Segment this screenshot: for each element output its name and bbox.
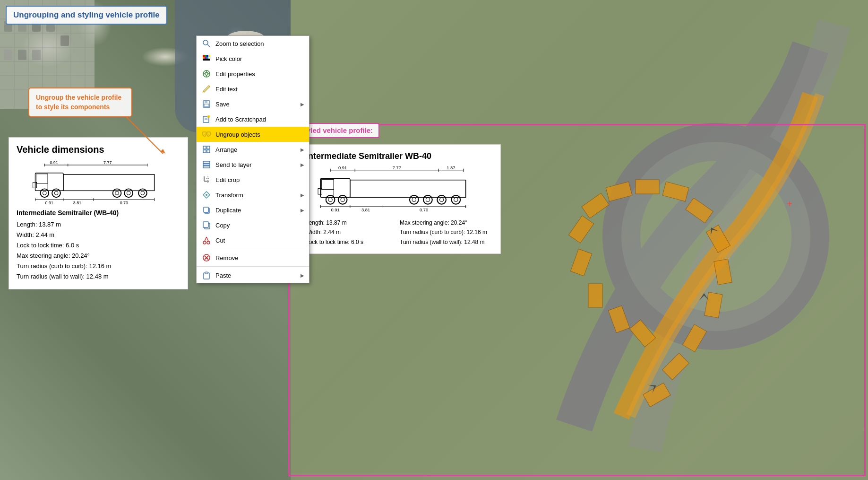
crosshair-marker: + bbox=[787, 199, 792, 209]
svg-rect-74 bbox=[205, 101, 207, 103]
menu-item-edit-text[interactable]: Edit text bbox=[197, 81, 309, 96]
duplicate-arrow: ▶ bbox=[301, 208, 304, 213]
svg-point-102 bbox=[207, 241, 210, 244]
svg-point-39 bbox=[52, 189, 60, 197]
menu-item-edit-crop[interactable]: Edit crop bbox=[197, 172, 309, 187]
svg-rect-65 bbox=[203, 59, 210, 61]
scratchpad-icon: + bbox=[201, 114, 212, 124]
svg-text:0.70: 0.70 bbox=[120, 201, 128, 205]
svg-rect-32 bbox=[35, 173, 63, 191]
edit-crop-icon bbox=[201, 175, 212, 185]
svg-rect-62 bbox=[205, 57, 206, 59]
svg-point-147 bbox=[326, 195, 335, 204]
annotation-callout: Ungroup the vehicle profile to style its… bbox=[28, 87, 132, 117]
svg-point-55 bbox=[203, 40, 208, 45]
menu-item-zoom[interactable]: Zoom to selection bbox=[197, 36, 309, 51]
svg-rect-64 bbox=[208, 57, 210, 59]
svg-point-40 bbox=[54, 191, 58, 195]
svg-rect-60 bbox=[208, 55, 210, 57]
menu-item-transform[interactable]: Transform ▶ bbox=[197, 187, 309, 202]
svg-rect-142 bbox=[320, 179, 350, 198]
svg-point-44 bbox=[127, 191, 130, 195]
svg-point-45 bbox=[138, 189, 147, 197]
edit-text-icon bbox=[201, 84, 212, 94]
menu-item-arrange[interactable]: Arrange ▶ bbox=[197, 142, 309, 157]
svg-point-84 bbox=[207, 135, 209, 137]
vehicle-card-right-title: Intermediate Semitrailer WB-40 bbox=[306, 151, 493, 161]
context-menu: Zoom to selection Pick color bbox=[196, 35, 309, 283]
svg-point-101 bbox=[203, 241, 206, 244]
vehicle-info-right: Length: 13.87 m Width: 2.44 m Lock to lo… bbox=[306, 218, 493, 247]
svg-point-156 bbox=[439, 198, 443, 201]
arrange-icon bbox=[201, 144, 212, 155]
title-banner: Ungrouping and styling vehicle profile bbox=[6, 6, 167, 25]
duplicate-icon bbox=[201, 205, 212, 215]
svg-rect-86 bbox=[207, 146, 210, 149]
svg-text:+: + bbox=[208, 115, 210, 118]
menu-separator-2 bbox=[197, 266, 309, 267]
svg-point-83 bbox=[204, 135, 206, 137]
svg-point-154 bbox=[426, 198, 430, 201]
svg-point-38 bbox=[43, 191, 46, 195]
menu-item-copy[interactable]: Copy bbox=[197, 218, 309, 233]
svg-text:0.70: 0.70 bbox=[420, 208, 428, 212]
main-container: Ungrouping and styling vehicle profile U… bbox=[0, 0, 868, 480]
zoom-icon bbox=[201, 38, 212, 49]
remove-icon bbox=[201, 253, 212, 263]
menu-item-save[interactable]: Save ▶ bbox=[197, 96, 309, 112]
svg-rect-61 bbox=[203, 57, 205, 59]
menu-item-edit-properties[interactable]: Edit properties bbox=[197, 66, 309, 81]
svg-rect-98 bbox=[204, 207, 208, 212]
svg-point-157 bbox=[451, 195, 460, 204]
vehicle-right-col2: Max steering angle: 20.24° Turn radius (… bbox=[400, 218, 493, 247]
svg-rect-17 bbox=[32, 50, 41, 60]
svg-point-37 bbox=[40, 189, 49, 197]
menu-item-pick-color[interactable]: Pick color bbox=[197, 51, 309, 66]
svg-point-148 bbox=[328, 198, 332, 201]
svg-rect-33 bbox=[36, 174, 48, 183]
menu-item-remove[interactable]: Remove bbox=[197, 250, 309, 265]
truck-diagram-left: 0.91 7.77 bbox=[17, 160, 180, 207]
svg-line-72 bbox=[203, 91, 203, 93]
svg-point-149 bbox=[338, 195, 347, 204]
svg-point-150 bbox=[341, 198, 344, 201]
vehicle-info-left: Length: 13.87 m Width: 2.44 m Lock to lo… bbox=[17, 219, 180, 282]
arrange-arrow: ▶ bbox=[301, 147, 304, 152]
menu-item-duplicate[interactable]: Duplicate ▶ bbox=[197, 202, 309, 218]
svg-text:7.77: 7.77 bbox=[393, 166, 401, 170]
svg-line-103 bbox=[205, 237, 206, 241]
paste-arrow: ▶ bbox=[301, 273, 304, 278]
svg-text:3.81: 3.81 bbox=[73, 201, 81, 205]
svg-rect-57 bbox=[203, 55, 205, 57]
menu-item-ungroup[interactable]: Ungroup objects bbox=[197, 127, 309, 142]
save-icon bbox=[201, 99, 212, 109]
menu-item-cut[interactable]: Cut bbox=[197, 233, 309, 248]
annotation-text: Ungroup the vehicle profile to style its… bbox=[36, 93, 125, 112]
svg-rect-109 bbox=[205, 272, 208, 274]
svg-rect-90 bbox=[203, 164, 210, 166]
svg-rect-58 bbox=[205, 55, 206, 57]
svg-rect-75 bbox=[204, 104, 209, 106]
svg-rect-87 bbox=[203, 150, 206, 153]
svg-text:0.91: 0.91 bbox=[331, 208, 339, 212]
svg-rect-59 bbox=[206, 55, 208, 57]
svg-rect-19 bbox=[60, 35, 69, 46]
pick-color-icon bbox=[201, 53, 212, 64]
svg-rect-100 bbox=[203, 222, 208, 227]
menu-item-send-to-layer[interactable]: Send to layer ▶ bbox=[197, 157, 309, 172]
menu-item-paste[interactable]: Paste ▶ bbox=[197, 268, 309, 283]
svg-line-104 bbox=[206, 237, 208, 241]
paste-icon bbox=[201, 270, 212, 280]
ungroup-icon bbox=[201, 129, 212, 140]
svg-rect-36 bbox=[63, 175, 155, 191]
vehicle-right-col1: Length: 13.87 m Width: 2.44 m Lock to lo… bbox=[306, 218, 399, 247]
svg-text:7.77: 7.77 bbox=[103, 160, 112, 165]
svg-point-42 bbox=[115, 191, 119, 195]
svg-point-46 bbox=[141, 191, 145, 195]
svg-rect-143 bbox=[321, 180, 334, 190]
send-layer-arrow: ▶ bbox=[301, 162, 304, 167]
svg-point-152 bbox=[412, 198, 416, 201]
menu-item-add-scratchpad[interactable]: + Add to Scratchpad bbox=[197, 112, 309, 127]
svg-point-153 bbox=[423, 195, 432, 204]
svg-point-155 bbox=[437, 195, 446, 204]
